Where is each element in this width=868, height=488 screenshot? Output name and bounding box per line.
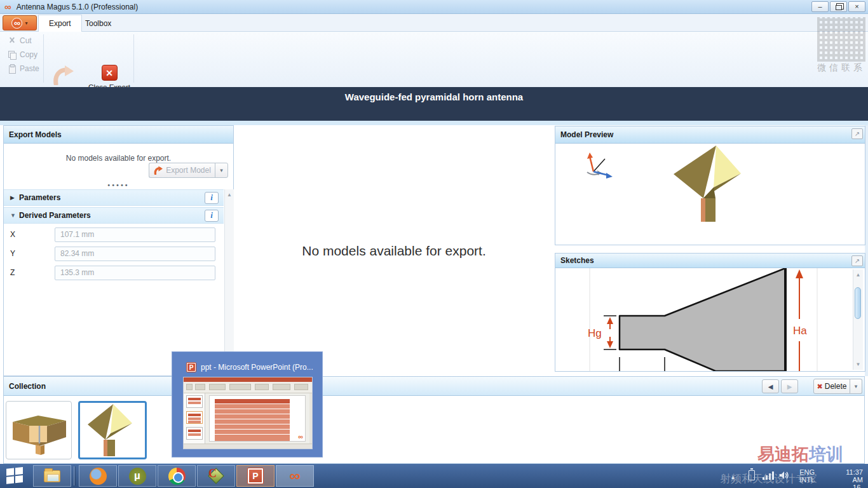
tab-toolbox[interactable]: Toolbox (75, 15, 121, 32)
delete-x-icon: ✖ (817, 383, 823, 391)
paste-button[interactable]: Paste (8, 63, 39, 74)
taskbar-cst-studio[interactable]: C (197, 465, 235, 487)
mini-ribbon (184, 382, 312, 393)
popup-window-title: ppt - Microsoft PowerPoint (Pro... (201, 363, 313, 372)
close-button[interactable]: × (848, 1, 865, 12)
antenna-name: Waveguide-fed pyramidal horn antenna (345, 92, 523, 102)
param-x-input[interactable]: 107.1 mm (55, 227, 215, 242)
sketches-popout-button[interactable]: ↗ (851, 255, 863, 266)
close-export-mode-icon: ✕ (102, 65, 118, 81)
antenna-magus-icon: ∞ (289, 468, 300, 484)
mini-am-logo-icon: ∞ (298, 433, 303, 440)
waveguide-antenna-thumbnail (6, 402, 71, 459)
collapsed-arrow-icon: ▶ (10, 194, 19, 201)
cst-icon: C (208, 468, 224, 484)
panel-splitter-handle[interactable]: ••••• (4, 182, 233, 188)
next-arrow-icon: ▶ (787, 383, 792, 390)
collection-item-pyramidal-horn[interactable] (78, 401, 147, 459)
antenna-title-banner: Waveguide-fed pyramidal horn antenna (0, 87, 868, 121)
copy-button[interactable]: Copy (8, 49, 37, 60)
axis-triad-icon (587, 152, 613, 179)
export-models-empty-message: No models available for export. (4, 154, 233, 163)
taskbar-powerpoint[interactable]: P (236, 465, 275, 487)
ribbon-tab-row: ∞ ▾ Export Toolbox (0, 14, 868, 32)
model-preview-panel: Model Preview ↗ (555, 126, 865, 245)
chrome-icon (168, 468, 186, 485)
prev-arrow-icon: ◀ (768, 383, 773, 390)
collection-item-waveguide-antenna[interactable] (6, 401, 72, 459)
taskbar-chrome[interactable] (158, 465, 196, 487)
app-logo-icon: ∞ (4, 1, 11, 13)
file-explorer-icon (44, 470, 60, 482)
powerpoint-icon: P (186, 362, 196, 372)
mini-slide-list (184, 393, 205, 444)
parameters-section-header[interactable]: ▶ Parameters i (4, 189, 224, 206)
taskbar-utorrent[interactable]: µ (118, 465, 156, 487)
param-row-x: X 107.1 mm (4, 227, 224, 243)
mini-titlebar (184, 377, 312, 382)
sketch-canvas: Hg Ha ▲ ▼ (555, 268, 865, 371)
collection-prev-button[interactable]: ◀ (762, 379, 779, 393)
export-models-header: Export Models (4, 126, 233, 144)
param-row-z: Z 135.3 mm (4, 266, 224, 281)
antenna-magus-window: ∞ Antenna Magus 5.1.0 (Professional) – ×… (0, 0, 868, 488)
cut-button[interactable]: Cut (8, 35, 32, 46)
horn-3d-model (555, 144, 865, 245)
taskbar-file-explorer[interactable] (33, 465, 71, 487)
ribbon-separator (133, 34, 134, 83)
param-z-input[interactable]: 135.3 mm (55, 266, 215, 280)
firefox-icon (90, 468, 107, 485)
title-bar: ∞ Antenna Magus 5.1.0 (Professional) – × (0, 0, 868, 14)
brand-watermark: 易迪拓培训 (757, 443, 843, 466)
powerpoint-taskbar-icon: P (247, 468, 264, 484)
dimension-label-ha: Ha (793, 325, 807, 337)
delete-dropdown[interactable]: ▾ (850, 379, 862, 394)
taskbar-divider (74, 466, 76, 485)
sketches-panel: Sketches ↗ Hg Ha (555, 253, 865, 372)
minimize-button[interactable]: – (811, 1, 829, 12)
taskbar-preview-popup[interactable]: P ppt - Microsoft PowerPoint (Pro... (172, 351, 323, 458)
param-y-input[interactable]: 82.34 mm (55, 247, 215, 261)
wechat-watermark-text: 微信联系 (817, 62, 868, 74)
qr-code-watermark (817, 17, 865, 62)
parameters-info-button[interactable]: i (205, 192, 219, 204)
dimension-label-hg: Hg (588, 327, 602, 339)
start-button[interactable] (6, 466, 28, 485)
collection-next-button[interactable]: ▶ (781, 379, 798, 393)
taskbar-firefox[interactable] (79, 465, 117, 487)
expanded-arrow-icon: ▼ (10, 212, 19, 219)
export-model-button-icon (154, 166, 163, 175)
window-title: Antenna Magus 5.1.0 (Professional) (17, 3, 138, 11)
mini-slide-area: ∞ (205, 393, 309, 444)
derived-parameters-info-button[interactable]: i (205, 210, 219, 222)
collection-panel: Collection ◀ ▶ ✖ Delete ▾ (3, 376, 865, 464)
app-menu-logo-icon: ∞ (11, 18, 22, 29)
application-menu-button[interactable]: ∞ ▾ (3, 15, 37, 30)
left-panel-scrollbar[interactable]: ▲ ▼ (224, 189, 234, 374)
main-top-strip (0, 121, 868, 125)
model-preview-header: Model Preview (555, 126, 865, 144)
export-models-panel: Export Models No models available for ex… (3, 125, 234, 376)
sketches-scrollbar[interactable]: ▲ ▼ (853, 269, 863, 370)
param-row-y: Y 82.34 mm (4, 247, 224, 262)
utorrent-icon: µ (129, 468, 146, 485)
restore-button[interactable] (830, 1, 847, 12)
delete-button[interactable]: ✖ Delete (813, 379, 850, 394)
ribbon: Cut Copy Paste Edit Export Model ✕ Close… (0, 32, 868, 87)
derived-parameters-section-header[interactable]: ▼ Derived Parameters i (4, 207, 224, 224)
horn-antenna-thumbnail (80, 403, 144, 458)
taskbar-antenna-magus[interactable]: ∞ (276, 465, 314, 487)
powerpoint-thumbnail[interactable]: ∞ (183, 377, 313, 449)
cut-icon (8, 36, 17, 45)
paste-icon (8, 64, 17, 73)
model-preview-canvas[interactable] (555, 144, 865, 245)
export-model-button[interactable]: Export Model (149, 163, 215, 178)
mini-statusbar (184, 444, 312, 449)
export-model-icon (52, 65, 74, 85)
export-model-dropdown[interactable]: ▾ (215, 163, 228, 178)
app-menu-caret-icon: ▾ (25, 20, 27, 26)
clock[interactable]: 11:37 AM 16-Oct-15 (846, 468, 863, 488)
workspace-empty-message: No models available for export. (302, 243, 485, 259)
model-preview-popout-button[interactable]: ↗ (851, 128, 863, 139)
copy-icon (8, 50, 17, 59)
